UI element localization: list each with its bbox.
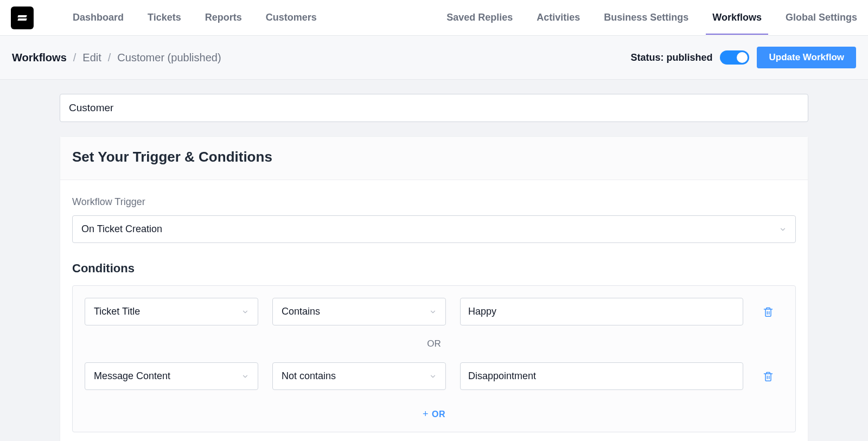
nav-left-group: Dashboard Tickets Reports Customers [73,1,317,34]
nav-tickets[interactable]: Tickets [148,1,181,34]
trigger-panel: Set Your Trigger & Conditions Workflow T… [60,136,808,441]
panel-body: Workflow Trigger On Ticket Creation Cond… [60,180,808,441]
trash-icon [763,371,774,382]
breadcrumb-sep: / [73,52,76,64]
nav-saved-replies[interactable]: Saved Replies [446,1,513,34]
conditions-box: Ticket Title Contains [72,285,796,432]
trigger-value: On Ticket Creation [81,223,162,235]
update-workflow-button[interactable]: Update Workflow [757,47,856,68]
chevron-down-icon [429,308,437,316]
nav-global-settings[interactable]: Global Settings [786,1,857,34]
sub-bar: Workflows / Edit / Customer (published) … [0,36,868,80]
condition-field-select[interactable]: Message Content [85,362,258,390]
condition-operator-value: Not contains [282,370,336,382]
nav-dashboard[interactable]: Dashboard [73,1,124,34]
trigger-select[interactable]: On Ticket Creation [72,215,796,243]
breadcrumb: Workflows / Edit / Customer (published) [12,52,221,64]
delete-condition-button[interactable] [757,301,779,323]
condition-operator-value: Contains [282,306,320,317]
app-logo-icon [16,11,29,24]
condition-row: Ticket Title Contains [85,298,783,325]
status-toggle[interactable] [720,50,749,65]
plus-icon: + [423,408,429,419]
top-nav: Dashboard Tickets Reports Customers Save… [0,0,868,36]
breadcrumb-current: Customer (published) [117,52,221,64]
nav-workflows[interactable]: Workflows [712,1,762,34]
nav-customers[interactable]: Customers [266,1,317,34]
chevron-down-icon [429,373,437,380]
chevron-down-icon [779,226,787,233]
or-separator: OR [85,338,783,349]
breadcrumb-root[interactable]: Workflows [12,52,67,64]
add-or-button[interactable]: +OR [85,408,783,420]
breadcrumb-sep: / [108,52,111,64]
breadcrumb-edit[interactable]: Edit [82,52,101,64]
condition-row: Message Content Not contains [85,362,783,390]
trash-icon [763,306,774,317]
toggle-knob [737,52,748,63]
conditions-heading: Conditions [72,261,796,276]
nav-reports[interactable]: Reports [205,1,242,34]
trigger-label: Workflow Trigger [72,196,796,208]
main-container: Set Your Trigger & Conditions Workflow T… [49,94,819,441]
condition-field-value: Message Content [94,370,170,382]
nav-business-settings[interactable]: Business Settings [604,1,688,34]
panel-heading: Set Your Trigger & Conditions [72,149,796,165]
nav-activities[interactable]: Activities [537,1,580,34]
subbar-right: Status: published Update Workflow [630,47,856,68]
panel-header: Set Your Trigger & Conditions [60,137,808,180]
chevron-down-icon [241,308,249,316]
condition-value-input[interactable] [460,362,743,390]
add-or-label: OR [432,410,445,419]
workflow-title-input[interactable] [60,94,808,122]
condition-operator-select[interactable]: Not contains [272,362,446,390]
delete-condition-button[interactable] [757,366,779,387]
condition-field-value: Ticket Title [94,306,140,317]
status-label: Status: published [630,52,712,63]
app-logo[interactable] [11,7,34,29]
condition-field-select[interactable]: Ticket Title [85,298,258,325]
nav-right-group: Saved Replies Activities Business Settin… [446,1,857,34]
chevron-down-icon [241,373,249,380]
condition-operator-select[interactable]: Contains [272,298,446,325]
condition-value-input[interactable] [460,298,743,325]
